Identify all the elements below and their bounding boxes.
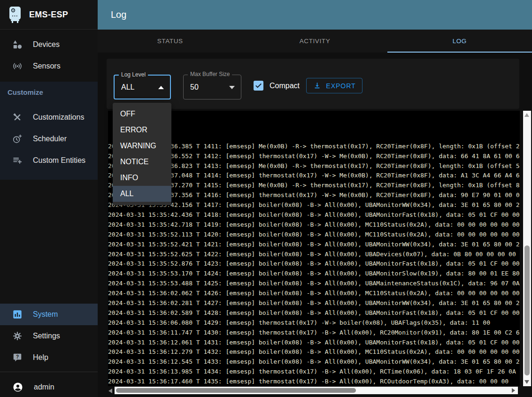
account-circle-icon <box>12 382 23 393</box>
log-line: 2024-03-31 15:35:53.488 T 1425: [emsesp]… <box>108 279 520 289</box>
sensors-icon <box>12 61 23 71</box>
log-line: 2024-03-31 15:36:13.985 T 1434: [emsesp]… <box>108 367 520 377</box>
log-line: 2024-03-31 15:36:11.747 T 1430: [emsesp]… <box>108 328 520 338</box>
tab-activity[interactable]: ACTIVITY <box>242 30 387 53</box>
signed-in-user: admin <box>34 383 54 391</box>
compact-label: Compact <box>270 82 300 90</box>
sidebar-section-label: Customize <box>8 88 43 96</box>
max-buffer-select[interactable]: Max Buffer Size 50 <box>183 75 241 99</box>
log-line: 2024-03-31 15:35:42.436 T 1418: [emsesp]… <box>108 210 520 220</box>
devices-icon <box>12 39 23 50</box>
tools-icon <box>12 112 23 122</box>
log-line: 2024-03-31 15:36:02.589 T 1428: [emsesp]… <box>108 308 520 318</box>
help-icon: ? <box>12 352 23 363</box>
app-title: EMS-ESP <box>29 10 68 20</box>
sidebar-item-scheduler[interactable]: Scheduler <box>0 128 98 150</box>
log-line: 2024-03-31 15:36:17.460 T 1435: [emsesp]… <box>108 377 520 386</box>
compact-checkbox[interactable] <box>254 81 263 91</box>
gear-icon <box>12 331 23 341</box>
max-buffer-label: Max Buffer Size <box>188 71 232 77</box>
log-line: 2024-03-31 15:35:52.113 T 1420: [emsesp]… <box>108 230 520 240</box>
log-line: 2024-03-31 15:36:12.545 T 1433: [emsesp]… <box>108 357 520 367</box>
sidebar-item-customizations[interactable]: Customizations <box>0 107 98 128</box>
horizontal-scrollbar-thumb[interactable] <box>116 388 356 393</box>
log-level-option[interactable]: OFF <box>113 106 171 122</box>
log-line: 2024-03-31 15:36:02.281 T 1427: [emsesp]… <box>108 298 520 308</box>
sidebar-item-label: Help <box>33 353 48 362</box>
sidebar-item-label: System <box>33 310 58 319</box>
sidebar-item-label: Scheduler <box>33 135 67 143</box>
vertical-scrollbar-thumb[interactable] <box>524 245 530 375</box>
log-line: 2024-03-31 15:35:52.625 T 1422: [emsesp]… <box>108 250 520 260</box>
sidebar-item-custom-entities[interactable]: Custom Entities <box>0 150 98 171</box>
tabbar: STATUS ACTIVITY LOG <box>98 30 532 53</box>
sidebar-item-help[interactable]: ? Help <box>0 347 98 368</box>
scroll-up-arrow-icon[interactable] <box>524 113 529 117</box>
sidebar-item-label: Customizations <box>33 113 84 122</box>
compact-checkbox-row: Compact <box>254 78 300 93</box>
log-level-menu: OFFERRORWARNINGNOTICEINFOALL <box>113 103 171 205</box>
log-level-select[interactable]: Log Level ALL <box>114 75 171 99</box>
sidebar-item-label: Settings <box>33 332 60 340</box>
log-line: 2024-03-31 15:35:42.718 T 1419: [emsesp]… <box>108 220 520 230</box>
log-level-option[interactable]: INFO <box>113 170 171 186</box>
active-tab-indicator <box>387 52 532 53</box>
scroll-down-arrow-icon[interactable] <box>524 380 529 384</box>
log-line: 2024-03-31 15:35:53.170 T 1424: [emsesp]… <box>108 269 520 279</box>
sidebar-item-settings[interactable]: Settings <box>0 325 98 347</box>
appbar: Log <box>98 0 532 30</box>
sidebar-divider <box>0 372 98 372</box>
sidebar-item-label: Devices <box>33 40 60 49</box>
app-header: EMS-ESP <box>0 0 98 30</box>
horizontal-scrollbar[interactable] <box>115 387 518 394</box>
playlist-add-icon <box>12 155 23 166</box>
sidebar-item-sensors[interactable]: Sensors <box>0 55 98 77</box>
log-level-option[interactable]: NOTICE <box>113 154 171 170</box>
chevron-up-icon <box>158 86 164 89</box>
sidebar-item-label: Sensors <box>33 62 61 70</box>
sidebar-item-label: Custom Entities <box>33 156 85 165</box>
log-level-value: ALL <box>121 83 134 92</box>
log-level-option[interactable]: WARNING <box>113 138 171 154</box>
svg-text:?: ? <box>16 354 19 359</box>
download-icon <box>313 81 322 90</box>
log-line: 2024-03-31 15:36:02.062 T 1426: [emsesp]… <box>108 289 520 298</box>
max-buffer-value: 50 <box>190 83 199 92</box>
clock-plus-icon <box>12 134 23 144</box>
scroll-left-arrow-icon[interactable] <box>108 389 112 393</box>
sidebar: EMS-ESP Devices Sensors Customize <box>0 0 98 397</box>
export-button[interactable]: EXPORT <box>306 78 362 93</box>
log-line: 2024-03-31 15:36:12.279 T 1432: [emsesp]… <box>108 347 520 357</box>
scroll-right-arrow-icon[interactable] <box>512 388 515 393</box>
log-level-label: Log Level <box>119 71 148 78</box>
log-line: 2024-03-31 15:36:12.061 T 1431: [emsesp]… <box>108 338 520 348</box>
log-level-option[interactable]: ERROR <box>113 122 171 138</box>
sidebar-item-devices[interactable]: Devices <box>0 34 98 55</box>
check-icon <box>254 81 263 90</box>
tab-log[interactable]: LOG <box>387 30 532 53</box>
chevron-down-icon <box>229 86 235 89</box>
ems-esp-app: EMS-ESP Devices Sensors Customize <box>0 0 532 397</box>
sidebar-item-system[interactable]: System <box>0 304 98 325</box>
log-level-option[interactable]: ALL <box>113 186 171 202</box>
log-line: 2024-03-31 15:35:52.421 T 1421: [emsesp]… <box>108 240 520 250</box>
tab-status[interactable]: STATUS <box>98 30 242 53</box>
sidebar-item-admin[interactable]: admin <box>0 377 98 397</box>
export-label: EXPORT <box>326 82 355 90</box>
page-title: Log <box>111 9 126 20</box>
boiler-logo-icon <box>8 6 23 23</box>
bar-chart-icon <box>12 309 23 320</box>
vertical-scrollbar[interactable] <box>523 111 531 386</box>
log-line: 2024-03-31 15:35:52.876 T 1423: [emsesp]… <box>108 259 520 269</box>
log-line: 2024-03-31 15:36:06.080 T 1429: [emsesp]… <box>108 318 520 328</box>
